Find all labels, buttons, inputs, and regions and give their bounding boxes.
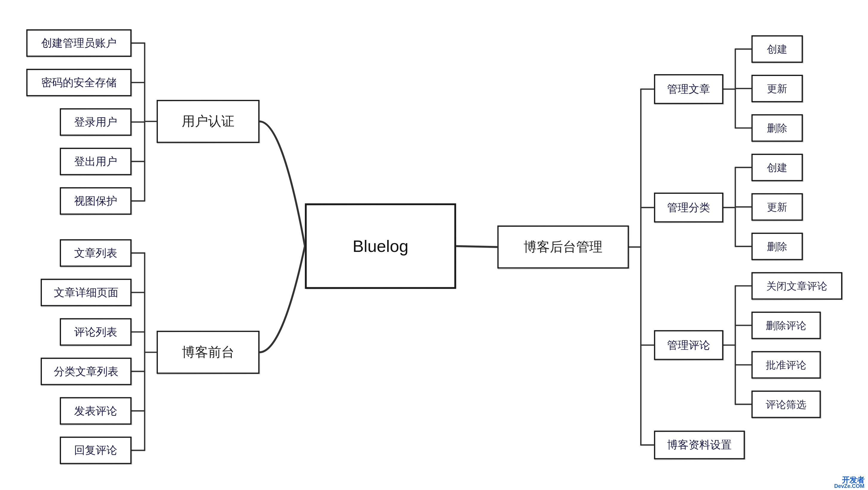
sub-comments: 管理评论 <box>654 330 723 360</box>
leaf-comments-1: 删除评论 <box>751 312 821 339</box>
leaf-categories-0: 创建 <box>751 154 803 181</box>
watermark-line2: DevZe.COM <box>834 484 864 489</box>
leaf-comments-2: 批准评论 <box>751 351 821 379</box>
leaf-auth-0: 创建管理员账户 <box>26 29 131 57</box>
root-node: Bluelog <box>305 203 456 289</box>
leaf-auth-1: 密码的安全存储 <box>26 69 131 96</box>
leaf-auth-4: 视图保护 <box>60 187 131 215</box>
leaf-comments-0: 关闭文章评论 <box>751 272 842 300</box>
sub-profile: 博客资料设置 <box>654 431 745 460</box>
leaf-frontend-3: 分类文章列表 <box>41 358 131 385</box>
leaf-frontend-4: 发表评论 <box>60 397 131 425</box>
leaf-frontend-0: 文章列表 <box>60 239 131 267</box>
leaf-categories-2: 删除 <box>751 233 803 260</box>
leaf-frontend-2: 评论列表 <box>60 318 131 346</box>
leaf-auth-2: 登录用户 <box>60 108 131 136</box>
watermark: 开发者 DevZe.COM <box>834 477 864 489</box>
branch-frontend: 博客前台 <box>157 331 259 374</box>
leaf-categories-1: 更新 <box>751 193 803 221</box>
branch-admin: 博客后台管理 <box>497 226 629 269</box>
leaf-frontend-5: 回复评论 <box>60 436 131 464</box>
leaf-articles-1: 更新 <box>751 75 803 102</box>
branch-auth: 用户认证 <box>157 100 259 143</box>
watermark-line1: 开发者 <box>834 477 864 484</box>
svg-line-15 <box>456 246 497 247</box>
leaf-frontend-1: 文章详细页面 <box>41 279 131 306</box>
leaf-articles-0: 创建 <box>751 35 803 63</box>
leaf-auth-3: 登出用户 <box>60 148 131 175</box>
sub-categories: 管理分类 <box>654 193 723 223</box>
leaf-articles-2: 删除 <box>751 114 803 142</box>
sub-articles: 管理文章 <box>654 74 723 104</box>
leaf-comments-3: 评论筛选 <box>751 391 821 418</box>
